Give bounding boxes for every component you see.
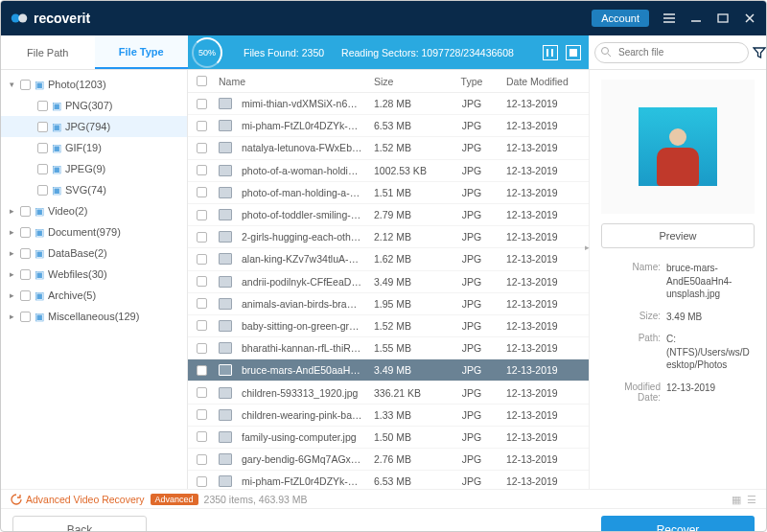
account-button[interactable]: Account bbox=[592, 10, 649, 27]
file-row[interactable]: photo-of-a-woman-holding-an-ipad-7... 10… bbox=[188, 160, 589, 182]
tree-checkbox[interactable] bbox=[37, 164, 48, 174]
file-type: JPG bbox=[443, 387, 500, 399]
tree-item[interactable]: ▣ GIF(19) bbox=[1, 137, 187, 158]
file-row[interactable]: animals-avian-birds-branch-459326.... 1.… bbox=[188, 293, 589, 315]
back-button[interactable]: Back bbox=[12, 516, 147, 533]
tree-item[interactable]: ▸ ▣ Document(979) bbox=[1, 221, 187, 243]
expand-icon[interactable]: ▸ bbox=[7, 227, 16, 237]
file-row[interactable]: children-593313_1920.jpg 336.21 KB JPG 1… bbox=[188, 382, 589, 404]
file-row[interactable]: photo-of-toddler-smiling-1912868.jpg 2.7… bbox=[188, 204, 589, 226]
pause-scan-button[interactable] bbox=[543, 45, 558, 60]
file-row[interactable]: gary-bendig-6GMq7AGxNbE-unsplas... 2.76 … bbox=[188, 449, 589, 471]
file-row[interactable]: andrii-podilnyk-CFfEeaDg1lI-unsplas... 3… bbox=[188, 271, 589, 293]
recover-button[interactable]: Recover bbox=[601, 516, 755, 533]
row-checkbox[interactable] bbox=[197, 365, 207, 376]
tree-item[interactable]: ▸ ▣ DataBase(2) bbox=[1, 243, 187, 264]
file-type: JPG bbox=[443, 320, 500, 332]
tree-checkbox[interactable] bbox=[37, 122, 48, 132]
row-checkbox[interactable] bbox=[197, 343, 207, 354]
expand-icon[interactable]: ▸ bbox=[7, 290, 16, 300]
file-row[interactable]: alan-king-KZv7w34tluA-unsplash.jpg 1.62 … bbox=[188, 248, 589, 270]
tree-checkbox[interactable] bbox=[20, 206, 31, 217]
tree-checkbox[interactable] bbox=[37, 143, 48, 153]
expand-icon[interactable]: ▸ bbox=[7, 269, 16, 279]
tree-checkbox[interactable] bbox=[20, 290, 31, 301]
view-list-icon[interactable]: ☰ bbox=[747, 494, 756, 505]
file-date: 12-13-2019 bbox=[500, 431, 589, 443]
close-icon[interactable] bbox=[743, 12, 756, 25]
filter-icon[interactable] bbox=[753, 46, 766, 59]
row-checkbox[interactable] bbox=[197, 320, 207, 331]
col-size[interactable]: Size bbox=[368, 76, 443, 87]
advanced-video-recovery-link[interactable]: Advanced Video Recovery bbox=[11, 494, 145, 505]
search-input[interactable] bbox=[594, 42, 749, 63]
expand-icon[interactable]: ▸ bbox=[7, 206, 16, 216]
file-name: alan-king-KZv7w34tluA-unsplash.jpg bbox=[238, 253, 362, 265]
tree-checkbox[interactable] bbox=[20, 312, 31, 322]
tree-checkbox[interactable] bbox=[20, 227, 31, 238]
row-checkbox[interactable] bbox=[197, 476, 207, 487]
minimize-icon[interactable] bbox=[689, 12, 703, 25]
tree-checkbox[interactable] bbox=[20, 80, 31, 90]
file-row[interactable]: family-using-computer.jpg 1.50 MB JPG 12… bbox=[188, 427, 589, 449]
row-checkbox[interactable] bbox=[197, 298, 207, 309]
expand-icon[interactable]: ▸ bbox=[7, 312, 16, 321]
file-row[interactable]: bharathi-kannan-rfL-thiRzDs-unspla... 1.… bbox=[188, 337, 589, 359]
file-row[interactable]: baby-sitting-on-green-grass-beside-... 1… bbox=[188, 315, 589, 337]
row-checkbox[interactable] bbox=[197, 121, 207, 131]
col-date[interactable]: Date Modified bbox=[500, 76, 589, 87]
file-row[interactable]: children-wearing-pink-ball-dress-360... … bbox=[188, 405, 589, 427]
row-checkbox[interactable] bbox=[197, 276, 207, 287]
search-icon bbox=[600, 46, 612, 58]
tree-checkbox[interactable] bbox=[37, 101, 48, 111]
col-type[interactable]: Type bbox=[443, 76, 500, 87]
collapse-panel-icon[interactable]: ▸ bbox=[585, 243, 590, 252]
file-row[interactable]: 2-girls-hugging-each-other-outdoor-... 2… bbox=[188, 226, 589, 248]
file-row[interactable]: bruce-mars-AndE50aaHn4-unsplash.... 3.49… bbox=[188, 359, 589, 382]
tree-item[interactable]: ▸ ▣ Video(2) bbox=[1, 200, 187, 221]
file-row[interactable]: mimi-thian-vdXMSiX-n6M-unsplash.jpg 1.28… bbox=[188, 93, 589, 115]
row-checkbox[interactable] bbox=[197, 187, 207, 197]
file-row[interactable]: photo-of-man-holding-a-book-92702... 1.5… bbox=[188, 182, 589, 204]
tab-file-path[interactable]: File Path bbox=[1, 35, 95, 69]
row-checkbox[interactable] bbox=[197, 210, 207, 220]
view-grid-icon[interactable]: ▦ bbox=[732, 494, 741, 505]
row-checkbox[interactable] bbox=[197, 409, 207, 420]
select-all-checkbox[interactable] bbox=[197, 76, 207, 86]
tree-checkbox[interactable] bbox=[37, 185, 48, 196]
row-checkbox[interactable] bbox=[197, 387, 207, 398]
expand-icon[interactable]: ▾ bbox=[7, 80, 16, 89]
row-checkbox[interactable] bbox=[197, 165, 207, 175]
preview-button[interactable]: Preview bbox=[601, 223, 755, 248]
col-name[interactable]: Name bbox=[213, 76, 368, 87]
tree-item[interactable]: ▸ ▣ Webfiles(30) bbox=[1, 264, 187, 285]
tab-file-type[interactable]: File Type bbox=[95, 35, 189, 69]
row-checkbox[interactable] bbox=[197, 254, 207, 265]
tree-item[interactable]: ▣ JPG(794) bbox=[1, 116, 187, 137]
tree-checkbox[interactable] bbox=[20, 269, 31, 280]
file-row[interactable]: mi-pham-FtZL0r4DZYk-unsplash.jpg 6.53 MB… bbox=[188, 471, 589, 489]
tree-item[interactable]: ▸ ▣ Miscellaneous(129) bbox=[1, 306, 187, 327]
recoverit-logo-icon bbox=[11, 10, 28, 27]
tree-item[interactable]: ▣ PNG(307) bbox=[1, 95, 187, 116]
tree-label: DataBase(2) bbox=[48, 247, 107, 259]
expand-icon[interactable]: ▸ bbox=[7, 248, 16, 258]
file-row[interactable]: mi-pham-FtZL0r4DZYk-unsplash.jpg 6.53 MB… bbox=[188, 115, 589, 137]
row-checkbox[interactable] bbox=[197, 232, 207, 243]
tree-item[interactable]: ▾ ▣ Photo(1203) bbox=[1, 74, 187, 95]
tree-checkbox[interactable] bbox=[20, 248, 31, 259]
tree-item[interactable]: ▸ ▣ Archive(5) bbox=[1, 285, 187, 306]
menu-icon[interactable] bbox=[662, 12, 676, 25]
maximize-icon[interactable] bbox=[716, 12, 730, 25]
row-checkbox[interactable] bbox=[197, 431, 207, 442]
tree-item[interactable]: ▣ JPEG(9) bbox=[1, 158, 187, 179]
file-name: children-wearing-pink-ball-dress-360... bbox=[238, 409, 362, 421]
row-checkbox[interactable] bbox=[197, 454, 207, 465]
row-checkbox[interactable] bbox=[197, 143, 207, 153]
file-row[interactable]: natalya-letunova-FWxEbL34i4Y-unspl... 1.… bbox=[188, 137, 589, 159]
reading-sectors: Reading Sectors: 1097728/234436608 bbox=[341, 47, 514, 58]
refresh-icon bbox=[11, 494, 22, 505]
row-checkbox[interactable] bbox=[197, 99, 207, 109]
tree-item[interactable]: ▣ SVG(74) bbox=[1, 179, 187, 200]
stop-scan-button[interactable] bbox=[566, 45, 581, 60]
